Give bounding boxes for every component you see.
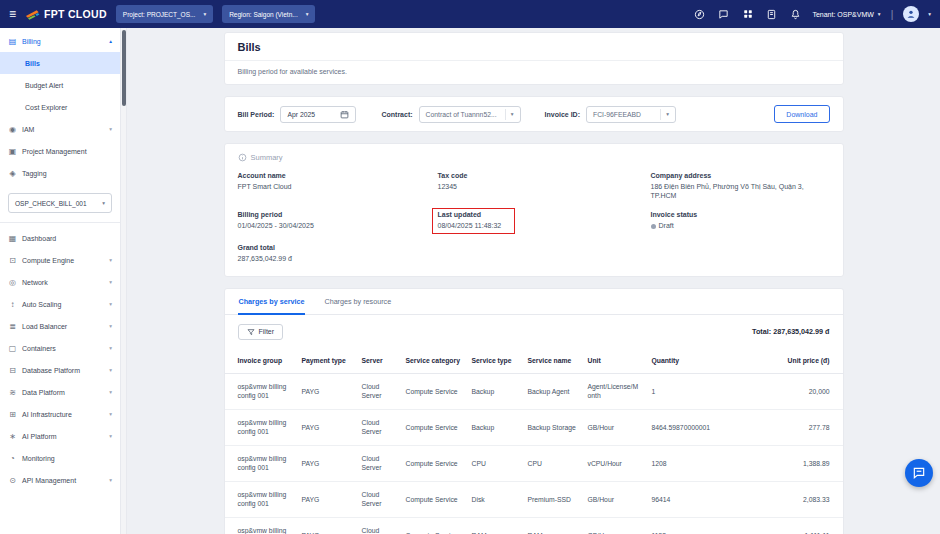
last-updated-highlight-box: Last updated 08/04/2025 11:48:32	[432, 208, 516, 234]
sidebar-item-budget-alert[interactable]: Budget Alert	[0, 74, 120, 96]
sidebar-item-containers[interactable]: ▢Containers▾	[0, 337, 120, 359]
project-selector-label: Project: PROJECT_OS...	[123, 11, 196, 18]
ai-infrastructure-icon: ⊞	[8, 410, 17, 419]
cell-payment-type: PAYG	[297, 409, 357, 445]
region-selector-label: Region: Saigon (Vietn...	[229, 11, 298, 18]
contract-select[interactable]: Contract of Tuannn52... ▾	[419, 106, 521, 123]
cell-invoice-group: osp&vmw billing config 001	[225, 445, 297, 481]
summary-header-label: Summary	[251, 153, 283, 162]
select-divider	[505, 109, 506, 120]
sidebar-item-load-balancer[interactable]: ≣Load Balancer▾	[0, 315, 120, 337]
sidebar-item-ai-platform[interactable]: ∗AI Platform▾	[0, 425, 120, 447]
compute-engine-icon: ⊡	[8, 256, 17, 265]
sidebar-item-network[interactable]: ◎Network▾	[0, 271, 120, 293]
sidebar-item-label: AI Infrastructure	[22, 411, 72, 418]
cell-unit-price: 1,388.89	[725, 445, 843, 481]
project-selector[interactable]: Project: PROJECT_OS... ▾	[116, 5, 213, 23]
chevron-down-icon: ▾	[109, 345, 112, 351]
iam-icon: ◉	[8, 125, 17, 134]
region-selector[interactable]: Region: Saigon (Vietn... ▾	[222, 5, 315, 23]
bell-icon[interactable]	[788, 7, 803, 22]
sidebar-item-auto-scaling[interactable]: ↕Auto Scaling▾	[0, 293, 120, 315]
cell-quantity: 96414	[647, 481, 725, 517]
sidebar-item-label: Data Platform	[22, 389, 65, 396]
col-quantity: Quantity	[647, 348, 725, 374]
support-chat-icon	[912, 466, 926, 480]
col-invoice-group: Invoice group	[225, 348, 297, 374]
sidebar-item-label: Cost Explorer	[25, 104, 67, 111]
explore-icon[interactable]	[692, 7, 707, 22]
menu-icon[interactable]: ≡	[9, 8, 16, 20]
sidebar-divider	[0, 222, 120, 223]
support-fab[interactable]	[905, 459, 933, 487]
sidebar-item-tagging[interactable]: ◈Tagging	[0, 162, 120, 184]
summary-card: Summary Account name FPT Smart Cloud Tax…	[224, 143, 844, 277]
cell-unit-price: 2,083.33	[725, 481, 843, 517]
tab-charges-by-resource[interactable]: Charges by resource	[323, 289, 392, 314]
download-button[interactable]: Download	[774, 105, 829, 123]
sidebar-item-iam[interactable]: ◉IAM▾	[0, 118, 120, 140]
sidebar-item-billing[interactable]: ▤Billing▴	[0, 30, 120, 52]
cell-quantity: 1	[647, 373, 725, 409]
col-unit-price: Unit price (đ)	[725, 348, 843, 374]
sidebar-item-api-management[interactable]: ⊙API Management▾	[0, 469, 120, 491]
cell-unit: GB/Hour	[583, 517, 647, 534]
sidebar-item-database-platform[interactable]: ⊟Database Platform▾	[0, 359, 120, 381]
cell-service-name: CPU	[523, 445, 583, 481]
avatar[interactable]	[903, 6, 919, 22]
chevron-down-icon: ▾	[102, 200, 105, 206]
invoice-id-select[interactable]: FCI-96FEEABD ▾	[586, 106, 676, 123]
tenant-selector[interactable]: Tenant: OSP&VMW ▾	[812, 11, 880, 18]
vertical-scrollbar[interactable]	[121, 28, 127, 534]
brand-name: FPT CLOUD	[44, 8, 107, 20]
navbar-divider: |	[891, 9, 894, 20]
scrollbar-thumb[interactable]	[122, 30, 126, 106]
cell-service-type: Disk	[467, 481, 523, 517]
cell-service-category: Compute Service	[401, 517, 467, 534]
table-row: osp&vmw billing config 001PAYGCloud Serv…	[225, 409, 843, 445]
cell-unit: GB/Hour	[583, 481, 647, 517]
summary-field-tax-code: Tax code 12345	[438, 172, 651, 201]
sidebar-item-project-management[interactable]: ▣Project Management	[0, 140, 120, 162]
chat-icon[interactable]	[716, 7, 731, 22]
sidebar-item-label: Monitoring	[22, 455, 55, 462]
col-payment-type: Payment type	[297, 348, 357, 374]
project-management-icon: ▣	[8, 147, 17, 156]
contract-value: Contract of Tuannn52...	[426, 111, 497, 118]
apps-icon[interactable]	[740, 7, 755, 22]
cell-unit: Agent/License/Month	[583, 373, 647, 409]
select-caret-area: ▾	[654, 109, 669, 120]
charges-total: Total: 287,635,042.99 đ	[752, 327, 829, 336]
summary-field-billing-period: Billing period 01/04/2025 - 30/04/2025	[238, 211, 438, 234]
page-title: Bills	[238, 41, 830, 53]
tagging-icon: ◈	[8, 169, 17, 178]
docs-icon[interactable]	[764, 7, 779, 22]
table-row: osp&vmw billing config 001PAYGCloud Serv…	[225, 445, 843, 481]
bill-period-input[interactable]: Apr 2025	[280, 106, 356, 123]
billing-config-select[interactable]: OSP_CHECK_BILL_001 ▾	[8, 193, 112, 213]
sidebar-item-bills[interactable]: Bills	[0, 52, 120, 74]
chevron-down-icon: ▾	[109, 477, 112, 483]
sidebar-item-label: Project Management	[22, 148, 87, 155]
status-dot	[651, 224, 656, 229]
sidebar-item-data-platform[interactable]: ≋Data Platform▾	[0, 381, 120, 403]
filter-bar: Bill Period: Apr 2025 Contract: Contract…	[224, 96, 844, 132]
summary-header: Summary	[238, 153, 830, 162]
tab-charges-by-service[interactable]: Charges by service	[238, 289, 306, 315]
main-content: Bills Billing period for available servi…	[127, 28, 940, 534]
chevron-down-icon: ▾	[511, 111, 514, 117]
cell-invoice-group: osp&vmw billing config 001	[225, 373, 297, 409]
chevron-down-icon: ▾	[203, 11, 206, 17]
cell-service-name: RAM	[523, 517, 583, 534]
sidebar-item-ai-infrastructure[interactable]: ⊞AI Infrastructure▾	[0, 403, 120, 425]
sidebar-item-label: IAM	[22, 126, 34, 133]
sidebar-item-cost-explorer[interactable]: Cost Explorer	[0, 96, 120, 118]
table-row: osp&vmw billing config 001PAYGCloud Serv…	[225, 373, 843, 409]
cell-unit-price: 277.78	[725, 409, 843, 445]
sidebar-item-dashboard[interactable]: ▦Dashboard	[0, 227, 120, 249]
filter-button[interactable]: Filter	[238, 324, 284, 340]
sidebar-item-monitoring[interactable]: ◔Monitoring	[0, 447, 120, 469]
funnel-icon	[247, 328, 255, 336]
sidebar-item-compute-engine[interactable]: ⊡Compute Engine▾	[0, 249, 120, 271]
chevron-up-icon: ▴	[109, 38, 112, 44]
